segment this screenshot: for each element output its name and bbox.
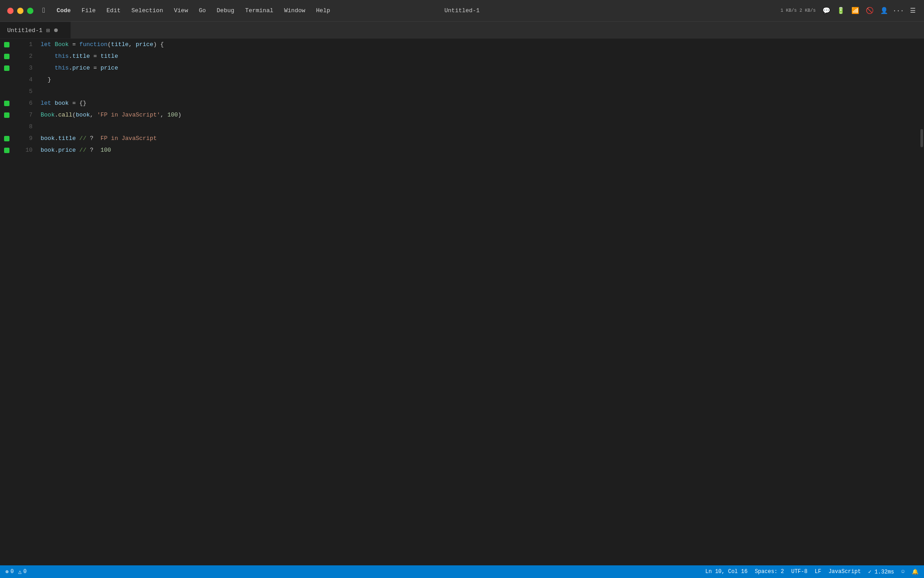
titlebar:  Code File Edit Selection View Go Debug… bbox=[0, 0, 924, 22]
bp-4 bbox=[0, 74, 14, 86]
line-num-5: 5 bbox=[14, 86, 32, 98]
apple-logo:  bbox=[42, 7, 47, 15]
menu-selection[interactable]: Selection bbox=[127, 5, 167, 16]
bp-7[interactable] bbox=[0, 109, 14, 121]
code-line-3: this.price = price bbox=[41, 62, 919, 74]
breakpoint-column bbox=[0, 39, 14, 565]
bp-10[interactable] bbox=[0, 144, 14, 156]
split-editor-button[interactable]: ⊞ bbox=[46, 27, 50, 34]
code-line-9: book.title // ? FP in JavaScript bbox=[41, 133, 919, 144]
line-num-6: 6 bbox=[14, 98, 32, 109]
network-status: 1 KB/s 2 KB/s bbox=[781, 8, 816, 14]
bp-6[interactable] bbox=[0, 98, 14, 109]
line-num-4: 4 bbox=[14, 74, 32, 86]
prohibit-icon: 🚫 bbox=[865, 7, 873, 15]
code-line-6: let book = {} bbox=[41, 98, 919, 109]
circle-icon bbox=[54, 28, 58, 32]
scrollbar-track[interactable] bbox=[919, 39, 924, 565]
titlebar-left:  Code File Edit Selection View Go Debug… bbox=[7, 5, 335, 16]
window-title: Untitled-1 bbox=[444, 7, 480, 14]
tab-actions: ⊞ bbox=[46, 27, 63, 34]
portrait-icon: 👤 bbox=[880, 7, 888, 15]
menu-code[interactable]: Code bbox=[52, 5, 75, 16]
wifi-icon: 📶 bbox=[851, 7, 859, 15]
code-line-10: book.price // ? 100 bbox=[41, 144, 919, 156]
status-right: Ln 10, Col 16 Spaces: 2 UTF-8 LF JavaScr… bbox=[705, 569, 919, 575]
smiley-icon[interactable]: ☺ bbox=[901, 569, 905, 575]
bp-2[interactable] bbox=[0, 51, 14, 62]
scrollbar-thumb[interactable] bbox=[920, 129, 923, 147]
editor-container: 1 2 3 4 5 6 7 8 9 10 let Book = function… bbox=[0, 39, 924, 565]
indent-size[interactable]: Spaces: 2 bbox=[755, 569, 784, 575]
menu-terminal[interactable]: Terminal bbox=[240, 5, 277, 16]
line-num-3: 3 bbox=[14, 62, 32, 74]
editor-tab-untitled[interactable]: Untitled-1 ⊞ bbox=[0, 22, 71, 38]
maximize-button[interactable] bbox=[27, 8, 33, 14]
code-line-8 bbox=[41, 121, 919, 133]
status-left: ⊗ 0 △ 0 bbox=[5, 569, 27, 575]
line-num-1: 1 bbox=[14, 39, 32, 51]
line-num-10: 10 bbox=[14, 144, 32, 156]
menu-view[interactable]: View bbox=[169, 5, 192, 16]
tab-bar: Untitled-1 ⊞ bbox=[0, 22, 924, 39]
menu-bar:  Code File Edit Selection View Go Debug… bbox=[42, 5, 335, 16]
menu-icon: ☰ bbox=[909, 7, 917, 15]
notification-bell-icon[interactable]: 🔔 bbox=[912, 569, 919, 575]
bp-8 bbox=[0, 121, 14, 133]
wechat-icon: 💬 bbox=[822, 7, 830, 15]
tab-label: Untitled-1 bbox=[7, 27, 42, 34]
code-line-2: this.title = title bbox=[41, 51, 919, 62]
menu-debug[interactable]: Debug bbox=[212, 5, 239, 16]
titlebar-right: 1 KB/s 2 KB/s 💬 🔋 📶 🚫 👤 ··· ☰ bbox=[781, 7, 917, 15]
file-encoding[interactable]: UTF-8 bbox=[791, 569, 808, 575]
cursor-position[interactable]: Ln 10, Col 16 bbox=[705, 569, 748, 575]
warning-icon: △ bbox=[18, 569, 21, 575]
line-num-2: 2 bbox=[14, 51, 32, 62]
code-editor[interactable]: let Book = function(title, price) { this… bbox=[36, 39, 919, 565]
bp-1[interactable] bbox=[0, 39, 14, 51]
error-icon: ⊗ bbox=[5, 569, 9, 575]
code-line-4: } bbox=[41, 74, 919, 86]
code-line-5 bbox=[41, 86, 919, 98]
line-num-7: 7 bbox=[14, 109, 32, 121]
minimize-button[interactable] bbox=[17, 8, 23, 14]
timing-info: ✓ 1.32ms bbox=[868, 569, 894, 575]
bp-3[interactable] bbox=[0, 62, 14, 74]
menu-file[interactable]: File bbox=[77, 5, 100, 16]
eol-type[interactable]: LF bbox=[815, 569, 821, 575]
menu-edit[interactable]: Edit bbox=[102, 5, 125, 16]
menu-window[interactable]: Window bbox=[280, 5, 310, 16]
unknown-icon: ··· bbox=[894, 7, 902, 15]
code-line-7: Book.call(book, 'FP in JavaScript', 100) bbox=[41, 109, 919, 121]
bp-9[interactable] bbox=[0, 133, 14, 144]
status-bar: ⊗ 0 △ 0 Ln 10, Col 16 Spaces: 2 UTF-8 LF… bbox=[0, 565, 924, 578]
close-button[interactable] bbox=[7, 8, 14, 14]
language-mode[interactable]: JavaScript bbox=[828, 569, 861, 575]
code-line-1: let Book = function(title, price) { bbox=[41, 39, 919, 51]
battery-icon: 🔋 bbox=[836, 7, 845, 15]
line-num-9: 9 bbox=[14, 133, 32, 144]
menu-help[interactable]: Help bbox=[312, 5, 335, 16]
line-numbers: 1 2 3 4 5 6 7 8 9 10 bbox=[14, 39, 36, 565]
error-count[interactable]: ⊗ 0 △ 0 bbox=[5, 569, 27, 575]
line-num-8: 8 bbox=[14, 121, 32, 133]
bp-5 bbox=[0, 86, 14, 98]
menu-go[interactable]: Go bbox=[194, 5, 211, 16]
traffic-lights bbox=[7, 8, 33, 14]
